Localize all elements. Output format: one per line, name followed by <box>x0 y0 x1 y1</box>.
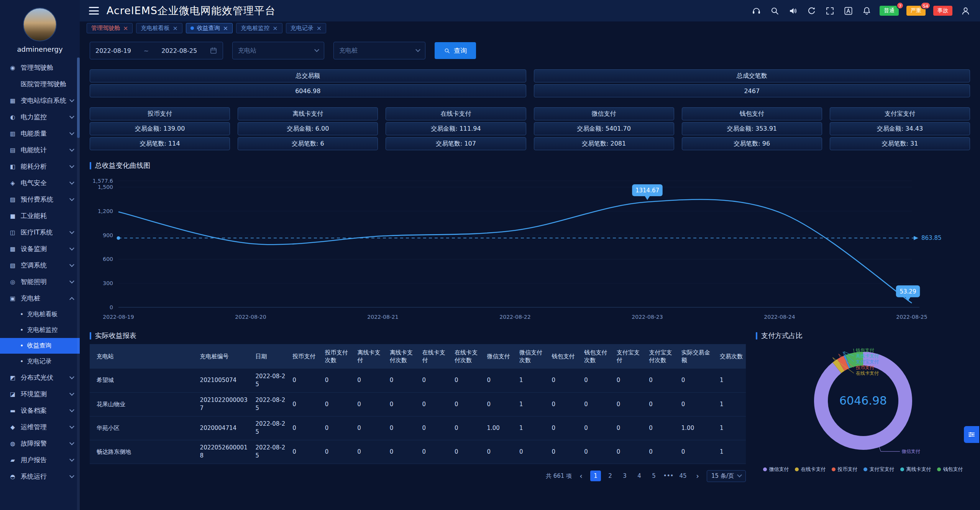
column-header: 离线卡支付 <box>354 344 387 369</box>
page-button-45[interactable]: 45 <box>678 471 688 481</box>
alarm-badge-1[interactable]: 普通7 <box>880 6 899 16</box>
tab-charge-records[interactable]: 充电记录× <box>286 23 326 33</box>
pie-slice-投币支付[interactable] <box>841 362 846 365</box>
table-row[interactable]: 华苑小区20200047142022-08-250000001.00100001… <box>90 416 746 440</box>
quick-settings-button[interactable] <box>964 426 979 443</box>
table-cell: 0 <box>289 440 322 464</box>
device-icon: ▩ <box>8 246 17 253</box>
query-button[interactable]: 查询 <box>435 42 476 59</box>
date-end[interactable]: 2022-08-25 <box>161 47 197 54</box>
legend-item[interactable]: 离线卡支付 <box>900 466 931 473</box>
sidebar-scrollbar[interactable] <box>77 57 80 510</box>
legend-dot <box>863 467 867 471</box>
page-button-3[interactable]: 3 <box>619 471 630 481</box>
x-axis-tick-label: 2022-08-25 <box>896 314 927 320</box>
sidebar-item-pile-board[interactable]: •充电桩看板 <box>0 307 80 322</box>
page-button-2[interactable]: 2 <box>605 471 616 481</box>
sidebar-item-env-monitor[interactable]: ◪环境监测 <box>0 386 80 402</box>
alarm-badge-3[interactable]: 事故 <box>933 6 952 16</box>
pile-select[interactable]: 充电桩 <box>333 42 425 59</box>
table-row[interactable]: 花果山物业202102200000372022-08-2500000001000… <box>90 392 746 416</box>
filter-bar: 2022-08-19 ~ 2022-08-25 充电站 充电桩 查询 <box>90 42 970 59</box>
y-axis-tick-label: 1,200 <box>98 208 113 214</box>
fullscreen-button[interactable] <box>824 5 835 16</box>
sidebar-item-ops[interactable]: ◆运维管理 <box>0 419 80 435</box>
bell-button[interactable] <box>861 5 872 16</box>
total-box: 总交易额6046.98 <box>90 69 526 97</box>
avatar[interactable] <box>23 8 57 41</box>
sidebar-item-device-archive[interactable]: ▬设备档案 <box>0 402 80 419</box>
sidebar-item-user-report[interactable]: ▰用户报告 <box>0 452 80 468</box>
sidebar-item-fault-alarm[interactable]: ◍故障报警 <box>0 435 80 452</box>
revenue-line-chart[interactable]: 03006009001,2001,5001,577.62022-08-19202… <box>90 172 970 326</box>
sliders-icon <box>967 430 976 439</box>
font-size-button[interactable] <box>843 5 854 16</box>
page-size-select[interactable]: 15 条/页 <box>707 470 746 482</box>
sidebar-item-smart-lighting[interactable]: ◎智能照明 <box>0 274 80 290</box>
tab-revenue-query[interactable]: 收益查询× <box>186 23 233 33</box>
table-cell: 2022-08-25 <box>253 392 290 416</box>
prev-page-button[interactable]: ‹ <box>576 471 586 481</box>
scrollbar-thumb[interactable] <box>77 57 80 138</box>
sidebar-item-prepaid[interactable]: ▨预付费系统 <box>0 191 80 208</box>
tab-label: 管理驾驶舱 <box>91 25 120 32</box>
column-header: 交易次数 <box>717 344 746 369</box>
sidebar-item-energy-analysis[interactable]: ◧能耗分析 <box>0 158 80 175</box>
search-button[interactable] <box>769 5 780 16</box>
legend-item[interactable]: 投币支付 <box>832 466 858 473</box>
method-box: 钱包支付交易金额: 353.91交易笔数: 96 <box>682 107 822 150</box>
close-icon[interactable]: × <box>317 25 322 32</box>
close-icon[interactable]: × <box>123 25 128 32</box>
sidebar-item-hvac[interactable]: ▧空调系统 <box>0 257 80 274</box>
legend-item[interactable]: 在线卡支付 <box>795 466 826 473</box>
column-header: 在线卡支付 <box>419 344 451 369</box>
sidebar-item-medical-it[interactable]: ◫医疗IT系统 <box>0 224 80 241</box>
sidebar-item-system-run[interactable]: ◓系统运行 <box>0 468 80 485</box>
page-button-4[interactable]: 4 <box>634 471 645 481</box>
next-page-button[interactable]: › <box>692 471 703 481</box>
page-button-1[interactable]: 1 <box>590 471 601 481</box>
sidebar-item-power-quality[interactable]: ▥电能质量 <box>0 125 80 142</box>
close-icon[interactable]: × <box>172 25 177 32</box>
date-range-picker[interactable]: 2022-08-19 ~ 2022-08-25 <box>90 42 223 59</box>
tab-pile-board[interactable]: 充电桩看板× <box>136 23 182 33</box>
method-amount: 交易金额: 353.91 <box>682 122 822 135</box>
legend-item[interactable]: 支付宝支付 <box>863 466 895 473</box>
legend-item[interactable]: 钱包支付 <box>937 466 963 473</box>
sidebar-item-hospital-cockpit[interactable]: 医院管理驾驶舱 <box>0 76 80 92</box>
chevron-down-icon <box>69 147 74 152</box>
sidebar-item-substation[interactable]: ▦变电站综自系统 <box>0 92 80 109</box>
username: adminenergy <box>0 45 80 53</box>
sidebar-item-electrical-safety[interactable]: ◈电气安全 <box>0 175 80 191</box>
sidebar-item-pile-monitor[interactable]: •充电桩监控 <box>0 322 80 338</box>
station-select[interactable]: 充电站 <box>232 42 324 59</box>
hamburger-menu-button[interactable] <box>89 7 99 15</box>
close-icon[interactable]: × <box>272 25 277 32</box>
sidebar-item-energy-stats[interactable]: ▤电能统计 <box>0 142 80 158</box>
close-icon[interactable]: × <box>223 25 228 32</box>
sidebar-item-charging-pile[interactable]: ▣充电桩 <box>0 290 80 307</box>
support-button[interactable] <box>751 5 762 16</box>
callout-line <box>854 349 854 353</box>
date-start[interactable]: 2022-08-19 <box>95 47 131 54</box>
sidebar-item-pv[interactable]: ◩分布式光伏 <box>0 369 80 386</box>
user-menu-button[interactable] <box>960 5 971 16</box>
table-row[interactable]: 希望城20210050742022-08-2500000001000001 <box>90 369 746 392</box>
payment-donut-chart[interactable]: 6046.98钱包支付离线卡支付支付宝支付投币支付在线卡支付微信支付 <box>756 340 970 462</box>
sidebar-item-revenue-query[interactable]: •收益查询 <box>0 338 80 354</box>
tab-pile-monitor[interactable]: 充电桩监控× <box>236 23 282 33</box>
table-cell: 0 <box>646 369 678 392</box>
sidebar-item-industrial-energy[interactable]: ■工业能耗 <box>0 208 80 224</box>
sidebar-item-cockpit[interactable]: ◉管理驾驶舱 <box>0 59 80 76</box>
sidebar-item-power-monitor[interactable]: ◐电力监控 <box>0 109 80 125</box>
pie-slice-在线卡支付[interactable] <box>837 365 841 367</box>
alarm-badge-2[interactable]: 严重54 <box>906 6 926 16</box>
sidebar-item-charge-records[interactable]: •充电记录 <box>0 354 80 369</box>
tab-cockpit[interactable]: 管理驾驶舱× <box>87 23 133 33</box>
refresh-button[interactable] <box>806 5 817 16</box>
legend-item[interactable]: 微信支付 <box>763 466 789 473</box>
table-row[interactable]: 畅达路东侧地202205260000182022-08-250000000000… <box>90 440 746 464</box>
page-button-5[interactable]: 5 <box>648 471 659 481</box>
volume-button[interactable] <box>788 5 798 16</box>
sidebar-item-device-monitor[interactable]: ▩设备监测 <box>0 241 80 257</box>
